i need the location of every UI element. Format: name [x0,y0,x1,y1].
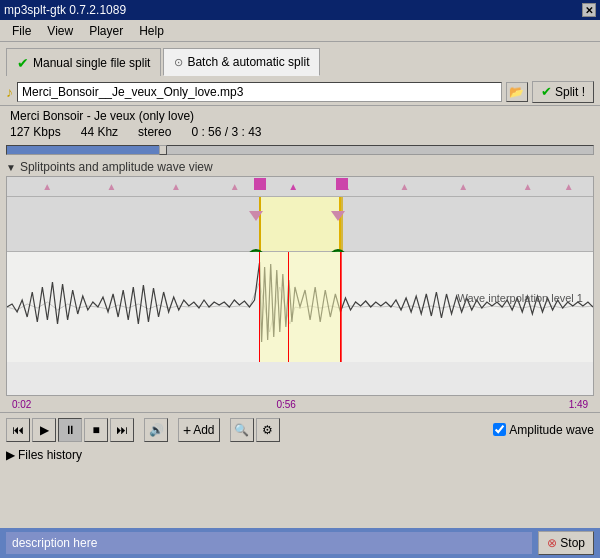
menu-view[interactable]: View [39,22,81,40]
settings-button[interactable]: ⚙ [256,418,280,442]
split-button[interactable]: ✔ Split ! [532,81,594,103]
filename-input[interactable] [17,82,502,102]
stop-button[interactable]: ■ [84,418,108,442]
marker-arrow-7: ▲ [400,181,410,192]
menubar: File View Player Help [0,20,600,42]
binoculars-button[interactable]: 🔍 [230,418,254,442]
status-description: description here [6,532,532,554]
markers-row: ▲ ▲ ▲ ▲ ▲ ▲ ▲ ▲ ▲ ▲ [7,177,593,197]
statusbar: description here ⊗ Stop [0,528,600,558]
split-line-1 [259,252,260,362]
titlebar: mp3splt-gtk 0.7.2.1089 ✕ [0,0,600,20]
split-square-2 [336,178,348,190]
time-label-mid: 0:56 [276,399,295,410]
marker-arrow-3: ▲ [171,181,181,192]
progress-fill [7,146,165,154]
time-label-end: 1:49 [569,399,588,410]
splithandle-2-triangle [331,211,345,221]
marker-arrow-1: ▲ [42,181,52,192]
song-channels: stereo [138,125,171,139]
split-square-1 [254,178,266,190]
marker-arrow-10: ▲ [564,181,574,192]
menu-help[interactable]: Help [131,22,172,40]
add-plus-icon: + [183,422,191,438]
split-line-2 [341,252,342,362]
split-label: Split ! [555,85,585,99]
tab-manual-label: Manual single file split [33,56,150,70]
play-button[interactable]: ▶ [32,418,56,442]
song-time: 0 : 56 / 3 : 43 [191,125,261,139]
playhead-line [288,252,289,362]
song-title: Merci Bonsoir - Je veux (only love) [10,109,590,123]
add-button[interactable]: + Add [178,418,220,442]
tab-manual-split[interactable]: ✔ Manual single file split [6,48,161,76]
files-history[interactable]: ▶ Files history [0,446,600,464]
marker-arrow-9: ▲ [523,181,533,192]
close-button[interactable]: ✕ [582,3,596,17]
stop-label: Stop [560,536,585,550]
titlebar-title: mp3splt-gtk 0.7.2.1089 [4,3,126,17]
wave-section-label: Splitpoints and amplitude wave view [20,160,213,174]
volume-button[interactable]: 🔊 [144,418,168,442]
time-labels: 0:02 0:56 1:49 [6,396,594,412]
amplitude-wave-checkbox[interactable] [493,423,506,436]
open-file-button[interactable]: 📂 [506,82,528,102]
marker-arrow-8: ▲ [458,181,468,192]
marker-arrow-2: ▲ [107,181,117,192]
amplitude-wave-label: Amplitude wave [509,423,594,437]
marker-arrow-5: ▲ [288,181,298,192]
song-bitrate: 127 Kbps [10,125,61,139]
filebar: ♪ 📂 ✔ Split ! [0,78,600,106]
go-end-button[interactable]: ⏭ [110,418,134,442]
stop-process-button[interactable]: ⊗ Stop [538,531,594,555]
menu-player[interactable]: Player [81,22,131,40]
section-collapse-arrow: ▼ [6,162,16,173]
wave-container: ▲ ▲ ▲ ▲ ▲ ▲ ▲ ▲ ▲ ▲ ✕ [6,176,594,396]
tab-batch-icon: ⊙ [174,56,183,69]
wave-display: Wave interpolation level 1 [7,252,593,362]
add-label: Add [193,423,214,437]
pause-button[interactable]: ⏸ [58,418,82,442]
wave-interp-label: Wave interpolation level 1 [457,292,583,304]
progress-thumb[interactable] [159,145,167,155]
tab-batch-split[interactable]: ⊙ Batch & automatic split [163,48,320,76]
wave-selected-region [259,252,341,362]
infobar: Merci Bonsoir - Je veux (only love) 127 … [0,106,600,142]
split-check-icon: ✔ [541,84,552,99]
go-start-button[interactable]: ⏮ [6,418,30,442]
song-freq: 44 Khz [81,125,118,139]
music-file-icon: ♪ [6,84,13,100]
files-history-arrow: ▶ [6,448,15,462]
splithandle-1-triangle [249,211,263,221]
time-label-start: 0:02 [12,399,31,410]
stop-icon: ⊗ [547,536,557,550]
splitpoints-row: ✕ 0:46:21 ✕ 1:03:57 [7,197,593,252]
marker-arrow-4: ▲ [230,181,240,192]
progress-bar[interactable] [6,145,594,155]
files-history-label: Files history [18,448,82,462]
tabs: ✔ Manual single file split ⊙ Batch & aut… [0,42,600,78]
toolbar: ⏮ ▶ ⏸ ■ ⏭ 🔊 + Add 🔍 ⚙ Amplitude wave [0,412,600,446]
amplitude-wave-check[interactable]: Amplitude wave [493,423,594,437]
song-meta: 127 Kbps 44 Khz stereo 0 : 56 / 3 : 43 [10,125,590,139]
wave-section-header[interactable]: ▼ Splitpoints and amplitude wave view [0,158,600,176]
tab-manual-check-icon: ✔ [17,55,29,71]
tab-batch-label: Batch & automatic split [187,55,309,69]
menu-file[interactable]: File [4,22,39,40]
